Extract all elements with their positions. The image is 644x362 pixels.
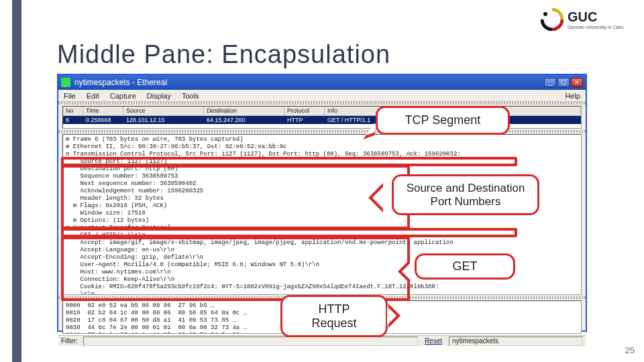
logo-swirl-icon [541, 8, 564, 31]
app-icon [61, 78, 70, 87]
maximize-button[interactable]: ☐ [557, 78, 570, 87]
slide-accent-bar [12, 0, 21, 362]
col-source[interactable]: Source [123, 107, 204, 115]
col-time[interactable]: Time [83, 107, 123, 115]
menu-edit[interactable]: Edit [87, 92, 99, 100]
menu-display[interactable]: Display [147, 92, 171, 100]
callout-tcp-segment: TCP Segment [376, 106, 510, 135]
titlebar[interactable]: nytimespackets - Ethereal _ ☐ ✕ [58, 75, 586, 90]
col-dest[interactable]: Destination [204, 107, 284, 115]
slide-title: Middle Pane: Encapsulation [57, 40, 390, 69]
menu-capture[interactable]: Capture [110, 92, 136, 100]
svg-point-0 [543, 12, 547, 16]
highlight-get-block [61, 237, 410, 301]
row-source: 128.101.12.15 [123, 117, 204, 123]
col-no[interactable]: No [63, 107, 83, 115]
menu-file[interactable]: File [64, 92, 76, 100]
menubar: File Edit Capture Display Tools Help [58, 90, 586, 102]
highlight-http-line [61, 228, 517, 237]
guc-logo: GUC German University in Cairo [541, 8, 624, 31]
reset-link[interactable]: Reset [421, 337, 446, 345]
row-time: 0.258668 [83, 117, 123, 123]
callout-ports: Source and Destination Port Numbers [392, 174, 539, 215]
close-button[interactable]: ✕ [571, 78, 583, 87]
status-file: nytimespackets [449, 337, 583, 346]
row-proto: HTTP [284, 117, 325, 123]
filter-label: Filter: [58, 337, 80, 345]
callout-get: GET [415, 253, 515, 280]
menu-help[interactable]: Help [565, 92, 580, 100]
window-title: nytimespackets - Ethereal [74, 78, 167, 87]
row-no: 6 [63, 117, 83, 123]
filter-input[interactable] [83, 337, 418, 346]
logo-subtitle: German University in Cairo [568, 25, 624, 29]
menu-tools[interactable]: Tools [182, 92, 199, 100]
callout-http-request: HTTP Request [280, 295, 388, 337]
row-dest: 64.15.247.200 [204, 117, 284, 123]
minimize-button[interactable]: _ [544, 78, 556, 87]
logo-text: GUC [568, 9, 624, 25]
col-proto[interactable]: Protocol [284, 107, 325, 115]
toolbar-separator [58, 102, 586, 105]
page-number: 25 [625, 345, 635, 355]
